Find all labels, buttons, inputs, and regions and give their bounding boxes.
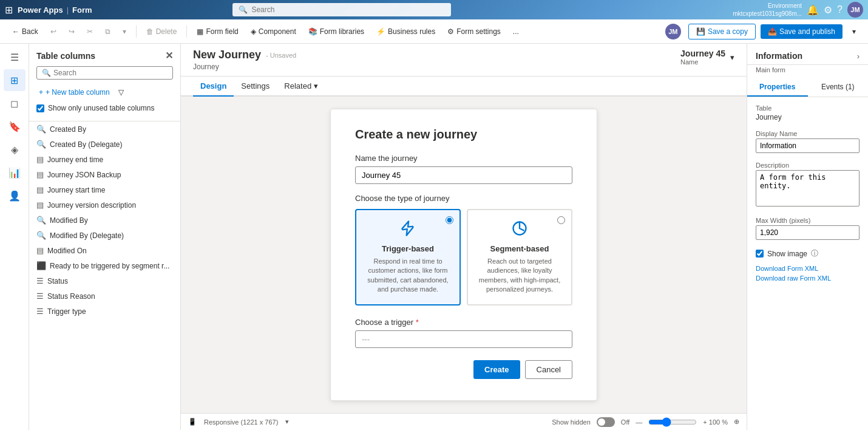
create-button[interactable]: Create (473, 360, 520, 379)
save-dropdown-arrow[interactable]: ▾ (847, 25, 861, 38)
sidebar-item-journey-json[interactable]: ▤ Journey JSON Backup (29, 167, 180, 182)
tab-related[interactable]: Related ▾ (277, 77, 325, 97)
show-unused-checkbox[interactable] (36, 104, 44, 112)
component-icon: ◈ (251, 27, 256, 36)
sidebar-title-text: Table columns (36, 51, 95, 61)
show-hidden-toggle[interactable] (597, 417, 615, 427)
nav-icon-menu[interactable]: ☰ (4, 46, 25, 68)
responsive-icon: 📱 (188, 418, 197, 426)
more-button[interactable]: ... (508, 25, 524, 38)
sidebar-item-modified-by-delegate[interactable]: 🔍 Modified By (Delegate) (29, 228, 180, 243)
user-avatar[interactable]: JM (665, 24, 681, 39)
download-form-xml-link[interactable]: Download Form XML (756, 265, 860, 272)
rules-icon: ⚡ (376, 27, 385, 36)
form-chevron-button[interactable]: ▾ (730, 53, 734, 62)
trigger-based-radio[interactable] (446, 216, 453, 224)
cut-button[interactable]: ✂ (82, 25, 98, 38)
sidebar-item-status-reason[interactable]: ☰ Status Reason (29, 288, 180, 304)
env-info: Environment mktcxptest1031sg908m... (733, 2, 802, 18)
sidebar-item-journey-start-time[interactable]: ▤ Journey start time (29, 182, 180, 197)
undo-button[interactable]: ↩ (46, 25, 61, 38)
sidebar-item-created-by-delegate[interactable]: 🔍 Created By (Delegate) (29, 137, 180, 152)
show-image-checkbox[interactable] (756, 250, 764, 258)
download-raw-xml-link[interactable]: Download raw Form XML (756, 275, 860, 282)
sidebar-item-journey-version[interactable]: ▤ Journey version description (29, 197, 180, 213)
filter-button[interactable]: ▽ (116, 86, 126, 99)
nav-icon-people[interactable]: 👤 (4, 185, 25, 206)
toggle-state-label: Off (621, 418, 629, 426)
segment-based-desc: Reach out to targeted audiences, like lo… (475, 257, 564, 295)
sidebar-actions: + + New table column ▽ (36, 82, 173, 101)
right-tab-properties[interactable]: Properties (747, 78, 808, 97)
sidebar-search-icon: 🔍 (42, 69, 51, 77)
dropdown-button[interactable]: ▾ (118, 25, 131, 38)
cancel-button[interactable]: Cancel (525, 360, 572, 379)
description-input[interactable]: A form for this entity. (756, 170, 860, 206)
trigger-based-card[interactable]: Trigger-based Respond in real time to cu… (355, 209, 461, 305)
back-button[interactable]: ← Back (7, 25, 43, 38)
settings-icon[interactable]: ⚙ (824, 4, 832, 16)
cmd-right: JM 💾 Save a copy 📤 Save and publish ▾ (665, 24, 861, 39)
segment-based-radio[interactable] (557, 216, 565, 224)
right-panel-expand-button[interactable]: › (857, 52, 860, 61)
form-tabs: Design Settings Related ▾ (181, 77, 747, 97)
avatar[interactable]: JM (847, 2, 863, 18)
sidebar-item-status[interactable]: ☰ Status (29, 273, 180, 288)
nav-icon-apps[interactable]: ⊞ (4, 69, 25, 91)
sidebar-item-created-by[interactable]: 🔍 Created By (29, 121, 180, 137)
tab-design[interactable]: Design (193, 77, 234, 97)
sidebar-item-ready-trigger[interactable]: ⬛ Ready to be triggered by segment r... (29, 258, 180, 273)
add-column-button[interactable]: + + New table column (36, 86, 112, 99)
copy-button[interactable]: ⧉ (100, 25, 115, 38)
delete-button[interactable]: 🗑 Delete (141, 25, 182, 38)
business-rules-button[interactable]: ⚡ Business rules (371, 25, 440, 38)
component-button[interactable]: ◈ Component (246, 25, 301, 38)
form-field-button[interactable]: ▦ Form field (192, 25, 243, 38)
sidebar-item-label-0: Created By (50, 125, 86, 134)
waffle-icon[interactable]: ⊞ (5, 4, 13, 16)
nav-icon-chart[interactable]: 📊 (4, 162, 25, 183)
notification-icon[interactable]: 🔔 (807, 4, 819, 16)
zoom-slider[interactable] (648, 417, 697, 427)
help-icon[interactable]: ? (837, 4, 843, 15)
search-input[interactable] (251, 5, 445, 14)
right-tab-events[interactable]: Events (1) (808, 78, 869, 97)
nav-icon-data[interactable]: ◈ (4, 138, 25, 160)
libraries-icon: 📚 (308, 27, 317, 36)
sidebar-item-modified-by[interactable]: 🔍 Modified By (29, 213, 180, 228)
table-icon-3: ▤ (36, 170, 44, 179)
table-icon-4: ▤ (36, 185, 44, 194)
segment-based-card[interactable]: Segment-based Reach out to targeted audi… (467, 209, 572, 305)
trigger-input[interactable] (355, 330, 572, 348)
sidebar-item-trigger-type[interactable]: ☰ Trigger type (29, 304, 180, 319)
sidebar-item-modified-on[interactable]: ▤ Modified On (29, 243, 180, 258)
search-box[interactable]: 🔍 (232, 3, 451, 16)
trigger-label: Choose a trigger * (355, 318, 572, 327)
max-width-input[interactable] (756, 225, 860, 240)
segment-based-title: Segment-based (475, 244, 564, 253)
app-title: Power Apps (18, 5, 63, 15)
tab-settings[interactable]: Settings (234, 77, 277, 97)
sidebar-close-button[interactable]: ✕ (165, 50, 173, 61)
description-label: Description (756, 162, 860, 169)
save-publish-button[interactable]: 📤 Save and publish (761, 24, 843, 39)
form-libraries-button[interactable]: 📚 Form libraries (303, 25, 369, 38)
module-title: Form (72, 5, 92, 15)
sidebar-item-journey-end-time[interactable]: ▤ Journey end time (29, 152, 180, 167)
search-icon-1: 🔍 (36, 140, 46, 149)
description-field-group: Description A form for this entity. (756, 162, 860, 208)
sidebar-header: Table columns ✕ 🔍 + + New table column ▽… (29, 44, 180, 121)
show-unused-label: Show only unused table columns (48, 104, 154, 112)
separator-2 (186, 26, 187, 38)
nav-icon-bookmark[interactable]: 🔖 (4, 115, 25, 137)
journey-name-input[interactable] (355, 166, 572, 184)
display-name-input[interactable] (756, 138, 860, 153)
form-field-icon: ▦ (197, 27, 203, 36)
save-copy-button[interactable]: 💾 Save a copy (688, 24, 756, 39)
nav-icon-pages[interactable]: ◻ (4, 92, 25, 114)
form-settings-button[interactable]: ⚙ Form settings (442, 25, 506, 38)
sidebar-search-input[interactable] (53, 69, 168, 77)
sidebar-search-box[interactable]: 🔍 (36, 66, 173, 80)
list-icon-10: ☰ (36, 276, 44, 285)
redo-button[interactable]: ↪ (64, 25, 80, 38)
